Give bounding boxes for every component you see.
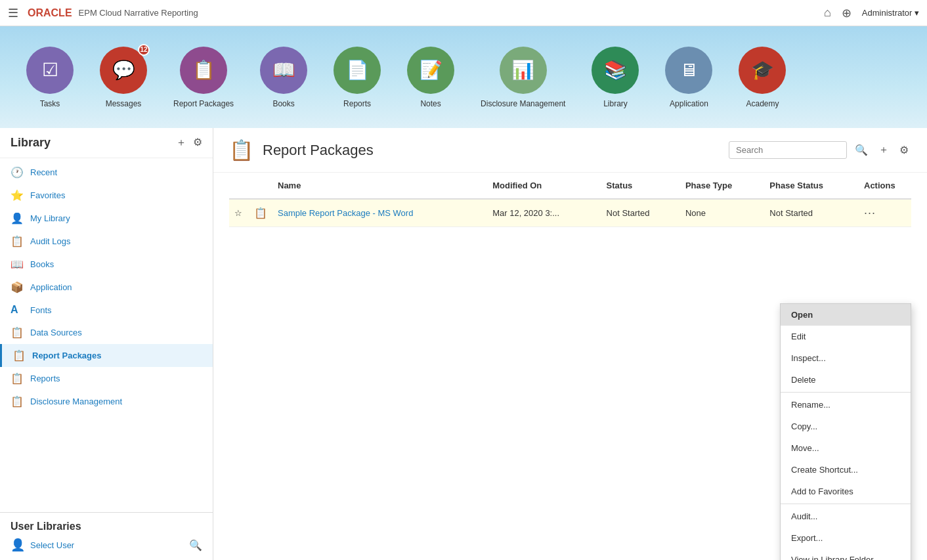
content-header-right: 🔍 ＋ ⚙ xyxy=(729,140,911,160)
context-menu-inspect[interactable]: Inspect... xyxy=(781,347,911,369)
context-menu-audit[interactable]: Audit... xyxy=(781,506,911,527)
sidebar-item-report-packages[interactable]: 📋 Report Packages xyxy=(0,344,213,367)
sidebar-item-label-disclosure: Disclosure Management xyxy=(30,397,122,406)
application-icon-circle: 🖥 xyxy=(665,47,712,94)
disclosure-icon-circle: 📊 xyxy=(500,47,547,94)
sidebar-item-label-my-library: My Library xyxy=(30,213,70,223)
sidebar-add-icon[interactable]: ＋ xyxy=(176,136,186,150)
data-sources-icon: 📋 xyxy=(11,326,24,339)
sidebar-item-label-recent: Recent xyxy=(30,167,57,177)
content-title-row: 📋 Report Packages xyxy=(229,139,374,162)
icon-application[interactable]: 🖥 Application xyxy=(665,47,712,108)
select-user-left: 👤 Select User xyxy=(11,538,74,552)
col-name: Name xyxy=(272,173,487,199)
select-user[interactable]: 👤 Select User 🔍 xyxy=(11,538,202,552)
sidebar-settings-icon[interactable]: ⚙ xyxy=(193,136,202,150)
report-packages-label: Report Packages xyxy=(173,99,234,108)
notes-label: Notes xyxy=(420,99,441,108)
col-status: Status xyxy=(601,173,680,199)
sidebar-item-application[interactable]: 📦 Application xyxy=(0,276,213,299)
context-menu-view-in-library[interactable]: View in Library Folder xyxy=(781,549,911,560)
sidebar-title: Library xyxy=(11,136,51,150)
tasks-icon-circle: ☑ xyxy=(26,47,74,94)
academy-label: Academy xyxy=(746,99,779,108)
context-menu-delete[interactable]: Delete xyxy=(781,369,911,391)
sidebar-item-fonts[interactable]: A Fonts xyxy=(0,299,213,321)
context-menu-divider-2 xyxy=(781,504,911,504)
admin-label[interactable]: Administrator ▾ xyxy=(862,8,919,18)
icon-academy[interactable]: 🎓 Academy xyxy=(739,47,786,108)
search-input[interactable] xyxy=(729,141,847,159)
icon-report-packages[interactable]: 📋 Report Packages xyxy=(173,47,234,108)
settings-icon[interactable]: ⚙ xyxy=(897,141,911,159)
select-user-search-icon[interactable]: 🔍 xyxy=(189,539,202,551)
academy-icon-circle: 🎓 xyxy=(739,47,786,94)
col-phase-status: Phase Status xyxy=(764,173,859,199)
table-row: ☆ 📋 Sample Report Package - MS Word Mar … xyxy=(229,199,911,227)
user-libraries-title: User Libraries xyxy=(11,521,202,532)
favorites-icon: ⭐ xyxy=(11,189,24,202)
hamburger-menu[interactable]: ☰ xyxy=(8,6,18,20)
content-title: Report Packages xyxy=(263,142,374,159)
row-modified-on: Mar 12, 2020 3:... xyxy=(487,199,601,227)
sidebar-item-data-sources[interactable]: 📋 Data Sources xyxy=(0,321,213,344)
search-icon[interactable]: 🔍 xyxy=(852,141,871,159)
context-menu-edit[interactable]: Edit xyxy=(781,326,911,347)
sidebar-header: Library ＋ ⚙ xyxy=(0,128,213,158)
add-icon[interactable]: ＋ xyxy=(876,140,892,160)
context-menu: Open Edit Inspect... Delete Rename... Co… xyxy=(780,303,911,560)
my-library-icon: 👤 xyxy=(11,212,24,225)
context-menu-open[interactable]: Open xyxy=(781,304,911,326)
row-name: Sample Report Package - MS Word xyxy=(272,199,487,227)
sidebar-item-label-report-packages: Report Packages xyxy=(32,351,102,360)
sidebar-item-reports[interactable]: 📋 Reports xyxy=(0,367,213,390)
notes-icon-circle: 📝 xyxy=(407,47,454,94)
sidebar-item-label-fonts: Fonts xyxy=(30,305,52,315)
row-star[interactable]: ☆ xyxy=(229,199,249,227)
sidebar-item-label-reports: Reports xyxy=(30,374,60,383)
icon-reports[interactable]: 📄 Reports xyxy=(334,47,381,108)
recent-icon: 🕐 xyxy=(11,166,24,179)
help-icon[interactable]: ⊕ xyxy=(842,6,852,20)
select-user-icon: 👤 xyxy=(11,538,25,552)
library-label: Library xyxy=(603,99,628,108)
context-menu-export[interactable]: Export... xyxy=(781,527,911,549)
disclosure-nav-icon: 📋 xyxy=(11,395,24,408)
context-menu-create-shortcut[interactable]: Create Shortcut... xyxy=(781,459,911,481)
fonts-nav-icon: A xyxy=(11,304,24,316)
top-nav: ☰ ORACLE EPM Cloud Narrative Reporting ⌂… xyxy=(0,0,927,26)
select-user-label: Select User xyxy=(30,540,74,550)
sidebar-item-my-library[interactable]: 👤 My Library xyxy=(0,207,213,230)
more-actions-button[interactable]: ··· xyxy=(864,206,876,219)
home-icon[interactable]: ⌂ xyxy=(824,6,831,20)
context-menu-add-to-favorites[interactable]: Add to Favorites xyxy=(781,481,911,502)
books-nav-icon: 📖 xyxy=(11,258,24,270)
sidebar-item-disclosure-management[interactable]: 📋 Disclosure Management xyxy=(0,390,213,413)
reports-icon-circle: 📄 xyxy=(334,47,381,94)
sidebar-item-label-favorites: Favorites xyxy=(30,190,65,200)
sidebar-item-recent[interactable]: 🕐 Recent xyxy=(0,161,213,184)
sidebar-item-books[interactable]: 📖 Books xyxy=(0,253,213,276)
report-packages-nav-icon: 📋 xyxy=(12,349,26,362)
sidebar-header-icons: ＋ ⚙ xyxy=(176,136,202,150)
messages-badge: 12 xyxy=(138,44,150,56)
row-name-link[interactable]: Sample Report Package - MS Word xyxy=(278,208,413,218)
library-icon-circle: 📚 xyxy=(592,47,639,94)
context-menu-move[interactable]: Move... xyxy=(781,437,911,459)
tasks-label: Tasks xyxy=(40,99,60,108)
icon-library[interactable]: 📚 Library xyxy=(592,47,639,108)
icon-notes[interactable]: 📝 Notes xyxy=(407,47,454,108)
icon-messages[interactable]: 💬 12 Messages xyxy=(100,47,147,108)
sidebar-item-label-data-sources: Data Sources xyxy=(30,328,82,337)
sidebar-item-audit-logs[interactable]: 📋 Audit Logs xyxy=(0,230,213,253)
row-status: Not Started xyxy=(601,199,680,227)
sidebar-item-favorites[interactable]: ⭐ Favorites xyxy=(0,184,213,207)
reports-label: Reports xyxy=(343,99,371,108)
icon-tasks[interactable]: ☑ Tasks xyxy=(26,47,74,108)
context-menu-rename[interactable]: Rename... xyxy=(781,394,911,416)
icon-disclosure-management[interactable]: 📊 Disclosure Management xyxy=(481,47,565,108)
row-phase-type: None xyxy=(680,199,764,227)
context-menu-copy[interactable]: Copy... xyxy=(781,416,911,437)
icon-books[interactable]: 📖 Books xyxy=(260,47,307,108)
sidebar-item-label-books: Books xyxy=(30,259,54,269)
